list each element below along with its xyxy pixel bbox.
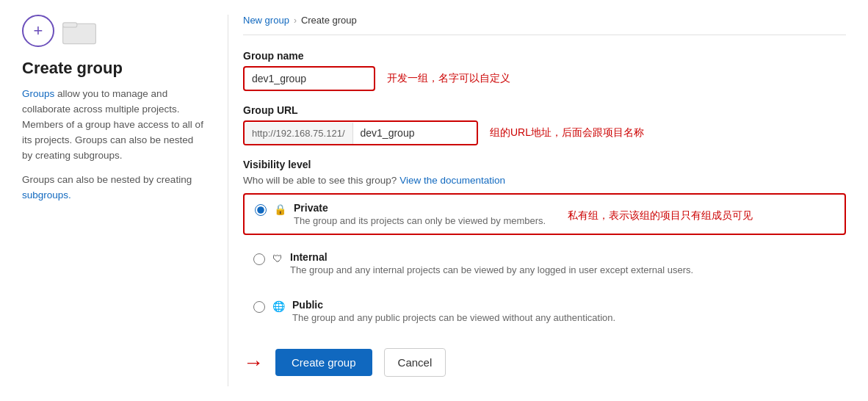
- group-url-row: http://192.168.75.121/ 组的URL地址，后面会跟项目名称: [243, 120, 846, 145]
- subgroups-link[interactable]: subgroups.: [22, 189, 71, 201]
- internal-icon: 🛡: [272, 253, 283, 264]
- plus-circle-icon: +: [22, 15, 54, 47]
- create-group-button[interactable]: Create group: [275, 349, 372, 376]
- group-name-annotation: 开发一组，名字可以自定义: [387, 72, 510, 85]
- icon-container: +: [22, 15, 206, 47]
- public-desc: The group and any public projects can be…: [292, 312, 615, 323]
- breadcrumb-separator: ›: [294, 15, 297, 26]
- group-url-section: Group URL http://192.168.75.121/ 组的URL地址…: [243, 104, 846, 145]
- visibility-public-radio[interactable]: [253, 301, 265, 313]
- private-title: Private: [294, 202, 546, 214]
- visibility-internal-option: 🛡 Internal The group and any internal pr…: [243, 244, 846, 283]
- action-row: → Create group Cancel: [243, 348, 846, 377]
- visibility-private-radio[interactable]: [255, 204, 267, 216]
- private-annotation: 私有组，表示该组的项目只有组成员可见: [568, 209, 753, 223]
- left-panel: + Create group Groups allow you to manag…: [22, 15, 228, 386]
- visibility-doc-link[interactable]: View the documentation: [399, 175, 505, 186]
- visibility-options: 🔒 Private The group and its projects can…: [243, 193, 846, 330]
- group-name-label: Group name: [243, 50, 846, 62]
- private-icon: 🔒: [274, 203, 286, 215]
- group-url-label: Group URL: [243, 104, 846, 116]
- url-container: http://192.168.75.121/: [243, 120, 478, 145]
- breadcrumb-parent[interactable]: New group: [243, 15, 289, 26]
- breadcrumb-current: Create group: [301, 15, 357, 26]
- private-desc: The group and its projects can only be v…: [294, 215, 546, 226]
- svg-rect-1: [63, 23, 77, 27]
- right-panel: New group › Create group Group name 开发一组…: [228, 15, 846, 386]
- internal-content: Internal The group and any internal proj…: [290, 251, 693, 275]
- cancel-button[interactable]: Cancel: [384, 348, 446, 377]
- visibility-section: Visibility level Who will be able to see…: [243, 159, 846, 330]
- description-paragraph-2: Groups can also be nested by creating su…: [22, 173, 206, 203]
- public-icon: 🌐: [272, 300, 285, 312]
- visibility-label: Visibility level: [243, 159, 846, 170]
- description-paragraph-1: Groups allow you to manage and collabora…: [22, 87, 206, 164]
- group-name-input[interactable]: [243, 66, 375, 91]
- private-content: Private The group and its projects can o…: [294, 202, 546, 226]
- visibility-public-option: 🌐 Public The group and any public projec…: [243, 292, 846, 330]
- url-base: http://192.168.75.121/: [245, 123, 353, 144]
- groups-link[interactable]: Groups: [22, 88, 54, 99]
- internal-desc: The group and any internal projects can …: [290, 264, 693, 275]
- group-name-row: 开发一组，名字可以自定义: [243, 66, 846, 91]
- url-annotation: 组的URL地址，后面会跟项目名称: [490, 126, 644, 140]
- visibility-internal-radio[interactable]: [253, 253, 265, 265]
- page-title: Create group: [22, 59, 206, 78]
- breadcrumb: New group › Create group: [243, 15, 846, 35]
- public-title: Public: [292, 299, 615, 311]
- visibility-private-option: 🔒 Private The group and its projects can…: [243, 193, 846, 235]
- public-content: Public The group and any public projects…: [292, 299, 615, 323]
- url-slug-input[interactable]: [353, 122, 479, 144]
- arrow-icon: →: [243, 353, 264, 373]
- folder-icon: [62, 16, 97, 46]
- internal-title: Internal: [290, 251, 693, 263]
- visibility-subtitle: Who will be able to see this group? View…: [243, 175, 846, 186]
- group-name-section: Group name 开发一组，名字可以自定义: [243, 50, 846, 91]
